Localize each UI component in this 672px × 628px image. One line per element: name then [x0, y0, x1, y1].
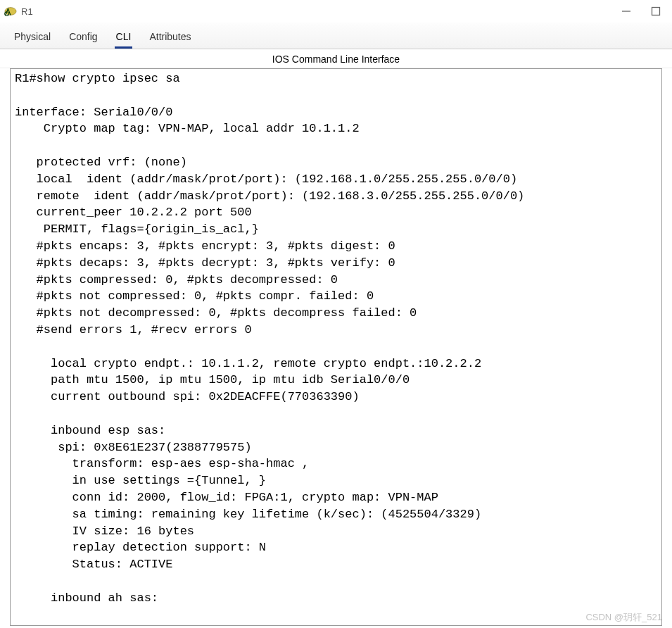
tab-bar: Physical Config CLI Attributes: [0, 23, 672, 49]
app-icon: [4, 5, 17, 18]
panel-title: IOS Command Line Interface: [0, 49, 672, 68]
svg-rect-3: [652, 8, 660, 15]
tab-config[interactable]: Config: [68, 30, 99, 49]
tab-physical[interactable]: Physical: [13, 30, 52, 49]
cli-terminal[interactable]: R1#show crypto ipsec sa interface: Seria…: [10, 68, 662, 626]
window-controls: [621, 6, 668, 16]
maximize-button[interactable]: [651, 6, 661, 16]
terminal-output[interactable]: R1#show crypto ipsec sa interface: Seria…: [11, 69, 661, 608]
minimize-button[interactable]: [621, 6, 631, 16]
tab-attributes[interactable]: Attributes: [148, 30, 192, 49]
watermark: CSDN @玥轩_521: [585, 611, 662, 624]
title-bar: R1: [0, 0, 672, 23]
tab-cli[interactable]: CLI: [115, 30, 133, 49]
window-title: R1: [21, 6, 33, 17]
